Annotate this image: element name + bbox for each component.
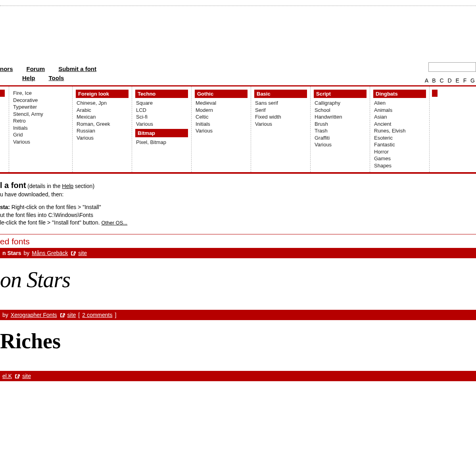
cat-link[interactable]: LCD — [136, 107, 188, 114]
install-detail-suffix: section) — [73, 183, 94, 189]
category-items: Medieval Modern Celtic Initials Various — [195, 100, 248, 134]
search-box — [428, 62, 476, 72]
comments-link[interactable]: 2 comments — [82, 312, 112, 318]
cat-link[interactable]: Calligraphy — [315, 100, 367, 107]
other-os-link[interactable]: Other OS... — [101, 220, 127, 226]
category-items: Calligraphy School Handwritten Brush Tra… — [314, 100, 367, 148]
cat-link[interactable]: Roman, Greek — [77, 121, 129, 128]
cat-link[interactable]: Horror — [374, 148, 426, 155]
category-header[interactable] — [432, 90, 438, 97]
cat-link[interactable]: Asian — [374, 113, 426, 121]
cat-link[interactable]: Celtic — [196, 113, 248, 121]
external-link-icon — [70, 251, 76, 255]
cat-link[interactable]: Decorative — [13, 97, 69, 104]
category-header[interactable]: Dingbats — [373, 90, 426, 98]
cat-link[interactable]: Medieval — [196, 100, 248, 107]
cat-link[interactable]: Serif — [255, 107, 307, 114]
site-link[interactable]: site — [22, 373, 31, 379]
cat-link[interactable]: Initials — [196, 121, 248, 128]
cat-link[interactable]: Various — [255, 121, 307, 128]
author-link[interactable]: el.K — [2, 373, 12, 379]
help-link[interactable]: Help — [62, 183, 73, 189]
cat-link[interactable]: Square — [136, 100, 188, 107]
cat-link[interactable]: Sci-fi — [136, 113, 188, 121]
cat-link[interactable]: Animals — [374, 107, 426, 114]
nav-submit[interactable]: Submit a font — [58, 65, 96, 72]
cat-link[interactable]: Various — [196, 127, 248, 134]
site-link[interactable]: site — [78, 250, 87, 256]
cat-link[interactable]: School — [315, 107, 367, 114]
cat-link[interactable]: Graffiti — [315, 134, 367, 142]
font-header-1: n Stars by Måns Grebäck site — [0, 248, 476, 258]
nav-tools[interactable]: Tools — [49, 75, 64, 81]
cat-link[interactable]: Various — [315, 141, 367, 148]
nav-forum[interactable]: Forum — [27, 65, 45, 72]
cat-link[interactable]: Fantastic — [374, 141, 426, 148]
nav-help[interactable]: Help — [22, 75, 35, 81]
search-input[interactable] — [428, 62, 476, 72]
category-header-bitmap[interactable]: Bitmap — [135, 129, 188, 137]
cat-link[interactable]: Games — [374, 155, 426, 162]
install-detail-prefix: (details in the — [27, 183, 62, 189]
category-col-last — [429, 86, 437, 172]
install-body: u have downloaded, then: sta: Right-clic… — [0, 191, 476, 226]
install-mac-text: le-click the font file > "Install font" … — [0, 219, 101, 226]
cat-link[interactable]: Shapes — [374, 162, 426, 169]
cat-link[interactable]: Brush — [315, 121, 367, 128]
category-header[interactable] — [0, 90, 5, 97]
install-line-xp: ut the font files into C:\Windows\Fonts — [0, 211, 476, 219]
category-col-techno: Techno Square LCD Sci-fi Various Bitmap … — [132, 86, 191, 172]
cat-link[interactable]: Typewriter — [13, 104, 69, 111]
category-header[interactable]: Foreign look — [76, 90, 129, 98]
dotted-divider — [0, 6, 476, 6]
category-items: Pixel, Bitmap — [135, 139, 188, 146]
cat-link[interactable]: Alien — [374, 100, 426, 107]
cat-link[interactable]: Handwritten — [315, 113, 367, 121]
cat-link[interactable]: Fire, Ice — [13, 90, 69, 97]
cat-link[interactable]: Ancient — [374, 121, 426, 128]
category-col-dingbats: Dingbats Alien Animals Asian Ancient Run… — [370, 86, 429, 172]
category-header[interactable]: Gothic — [195, 90, 248, 98]
cat-link[interactable]: Initials — [13, 125, 69, 132]
nav-links: nors Forum Submit a font Help Tools — [0, 65, 96, 81]
cat-link[interactable]: Grid — [13, 131, 69, 138]
cat-link[interactable]: Various — [77, 134, 129, 142]
cat-link[interactable]: Fixed width — [255, 113, 307, 121]
site-link[interactable]: site — [67, 312, 76, 318]
author-link[interactable]: Måns Grebäck — [32, 250, 68, 256]
font-preview-1[interactable]: on Stars — [0, 258, 476, 308]
nav-line-2: Help Tools — [22, 75, 96, 81]
font-preview-2[interactable]: Riches — [0, 320, 476, 369]
cat-link[interactable]: Esoteric — [374, 134, 426, 142]
cat-link[interactable]: Mexican — [77, 113, 129, 121]
cat-link[interactable]: Russian — [77, 127, 129, 134]
cat-link[interactable]: Various — [136, 121, 188, 128]
cat-link[interactable]: Chinese, Jpn — [77, 100, 129, 107]
author-link[interactable]: Xerographer Fonts — [11, 312, 57, 318]
alpha-index[interactable]: A B C D E F G — [425, 77, 476, 84]
bracket-close: ] — [115, 312, 116, 318]
by-label: by — [23, 250, 29, 256]
category-items: Fire, Ice Decorative Typewriter Stencil,… — [12, 90, 69, 145]
category-header[interactable]: Basic — [254, 90, 307, 98]
category-header[interactable]: Techno — [135, 90, 188, 98]
nav-authors[interactable]: nors — [0, 65, 13, 72]
font-preview-3[interactable] — [0, 381, 476, 390]
cat-link[interactable]: Pixel, Bitmap — [136, 139, 188, 146]
cat-link[interactable]: Trash — [315, 127, 367, 134]
category-col-fancy: Fire, Ice Decorative Typewriter Stencil,… — [9, 86, 72, 172]
cat-link[interactable]: Arabic — [77, 107, 129, 114]
font-name[interactable]: n Stars — [2, 250, 21, 256]
category-header[interactable]: Script — [314, 90, 367, 98]
cat-link[interactable]: Sans serif — [255, 100, 307, 107]
install-line-win: sta: Right-click on the font files > "In… — [0, 203, 476, 211]
cat-link[interactable]: Stencil, Army — [13, 111, 69, 118]
preview-text: on Stars — [0, 267, 70, 292]
cat-link[interactable]: Runes, Elvish — [374, 127, 426, 134]
category-items: Chinese, Jpn Arabic Mexican Roman, Greek… — [76, 100, 129, 141]
cat-link[interactable]: Retro — [13, 117, 69, 125]
cat-link[interactable]: Various — [13, 138, 69, 146]
category-col-foreign: Foreign look Chinese, Jpn Arabic Mexican… — [72, 86, 132, 172]
cat-link[interactable]: Modern — [196, 107, 248, 114]
bracket-open: [ — [78, 312, 80, 318]
